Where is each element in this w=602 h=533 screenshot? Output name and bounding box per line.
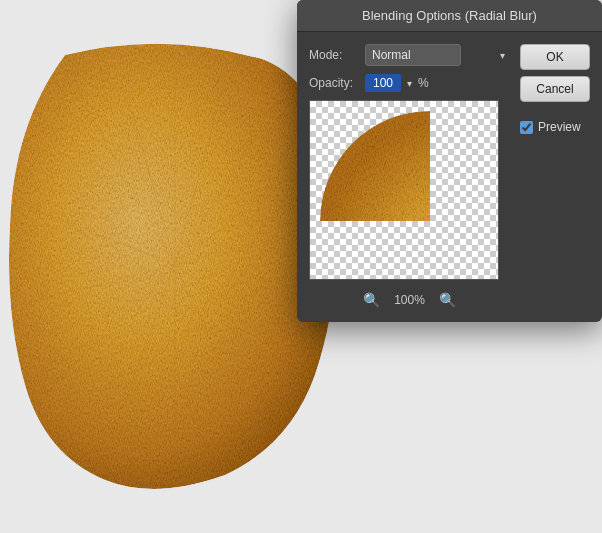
fur-blob [5,25,345,500]
mode-row: Mode: NormalDissolveDarkenMultiplyColor … [309,44,510,66]
mode-select-wrapper: NormalDissolveDarkenMultiplyColor BurnLi… [365,44,510,66]
dialog-left-panel: Mode: NormalDissolveDarkenMultiplyColor … [309,44,510,312]
preview-fur [310,101,430,221]
zoom-value: 100% [394,293,425,307]
zoom-in-icon[interactable]: 🔍 [439,292,456,308]
zoom-controls: 🔍 100% 🔍 [309,288,510,312]
dialog: Blending Options (Radial Blur) Mode: Nor… [297,0,602,322]
mode-label: Mode: [309,48,359,62]
ok-button[interactable]: OK [520,44,590,70]
dialog-title: Blending Options (Radial Blur) [362,8,537,23]
dialog-titlebar: Blending Options (Radial Blur) [297,0,602,32]
opacity-label: Opacity: [309,76,359,90]
opacity-arrow[interactable]: ▾ [407,78,412,89]
zoom-out-icon[interactable]: 🔍 [363,292,380,308]
opacity-input[interactable]: 100 [365,74,401,92]
preview-canvas [309,100,499,280]
svg-point-14 [320,111,430,221]
opacity-row: Opacity: 100 ▾ % [309,74,510,92]
percent-label: % [418,76,429,90]
mode-select[interactable]: NormalDissolveDarkenMultiplyColor BurnLi… [365,44,461,66]
canvas-background: 思缘设计论坛 www.MISSYUAN.COM [0,0,602,533]
dialog-right-panel: OK Cancel Preview [520,44,590,312]
cancel-button[interactable]: Cancel [520,76,590,102]
preview-checkbox[interactable] [520,121,533,134]
preview-checkbox-row: Preview [520,120,590,134]
preview-label: Preview [538,120,581,134]
